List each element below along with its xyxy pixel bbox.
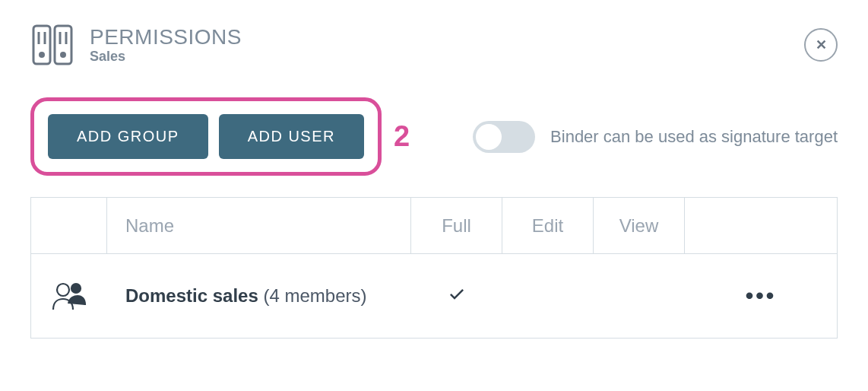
signature-toggle-label: Binder can be used as signature target — [550, 126, 838, 148]
binder-icon — [30, 23, 74, 67]
signature-toggle[interactable] — [473, 121, 535, 153]
row-icon-cell — [31, 254, 107, 338]
add-group-button[interactable]: ADD GROUP — [48, 114, 208, 159]
column-view-label: View — [619, 215, 659, 237]
toggle-knob — [476, 124, 502, 150]
group-members-text: (4 members) — [263, 285, 366, 306]
svg-point-9 — [71, 284, 81, 293]
step-marker: 2 — [394, 120, 410, 153]
signature-toggle-group: Binder can be used as signature target — [473, 121, 838, 153]
svg-rect-1 — [55, 26, 71, 64]
column-edit-label: Edit — [532, 215, 563, 237]
column-edit: Edit — [502, 198, 594, 253]
column-name: Name — [107, 198, 411, 253]
page-subtitle: Sales — [90, 49, 242, 65]
svg-rect-0 — [33, 26, 50, 64]
table-row: Domestic sales (4 members) ••• — [31, 254, 837, 338]
column-actions — [685, 198, 837, 253]
more-actions-button[interactable]: ••• — [746, 283, 777, 309]
group-name: Domestic sales (4 members) — [125, 285, 366, 307]
svg-point-8 — [57, 284, 69, 296]
column-full: Full — [411, 198, 502, 253]
ellipsis-icon: ••• — [746, 283, 777, 308]
row-full-cell[interactable] — [411, 254, 502, 338]
column-view: View — [594, 198, 685, 253]
page-header: PERMISSIONS Sales ✕ — [30, 23, 838, 67]
permissions-table: Name Full Edit View Domestic sales (4 — [30, 197, 838, 339]
row-view-cell[interactable] — [594, 254, 685, 338]
close-button[interactable]: ✕ — [804, 28, 838, 62]
svg-point-7 — [62, 53, 65, 57]
header-titles: PERMISSIONS Sales — [90, 26, 242, 65]
close-icon: ✕ — [816, 37, 827, 53]
column-icon — [31, 198, 107, 253]
page-title: PERMISSIONS — [90, 26, 242, 49]
row-name-cell: Domestic sales (4 members) — [107, 254, 411, 338]
add-user-button[interactable]: ADD USER — [219, 114, 364, 159]
header-left: PERMISSIONS Sales — [30, 23, 242, 67]
highlight-annotation: ADD GROUP ADD USER — [30, 97, 382, 176]
group-icon — [52, 281, 87, 311]
row-edit-cell[interactable] — [502, 254, 594, 338]
table-header: Name Full Edit View — [31, 198, 837, 254]
group-name-text: Domestic sales — [125, 285, 258, 306]
column-name-label: Name — [125, 215, 174, 237]
check-icon — [448, 285, 466, 307]
row-actions-cell: ••• — [685, 254, 837, 338]
svg-point-6 — [40, 53, 44, 57]
actions-row: ADD GROUP ADD USER 2 Binder can be used … — [30, 97, 838, 176]
column-full-label: Full — [442, 215, 471, 237]
